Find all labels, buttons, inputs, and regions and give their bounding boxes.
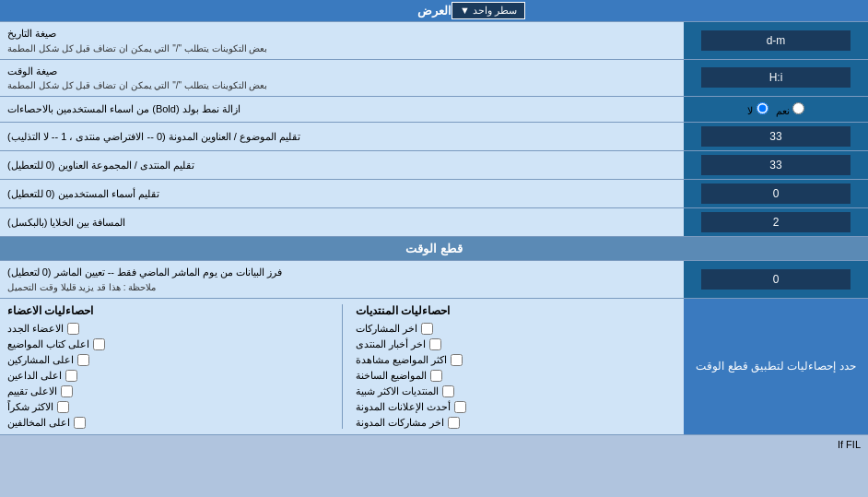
user-trim-label: تقليم أسماء المستخدمين (0 للتعطيل) <box>0 180 684 207</box>
time-cut-main-label: فرز البيانات من يوم الماشر الماضي فقط --… <box>7 265 282 280</box>
checkbox-col2-3[interactable] <box>65 370 77 382</box>
forum-stats-col: احصاءليات المنتديات اخر المشاركات اخر أخ… <box>356 304 677 429</box>
checkbox-col2-4[interactable] <box>61 385 73 397</box>
title-order-row: تقليم الموضوع / العناوين المدونة (0 -- ا… <box>0 123 868 151</box>
checkbox-item-6: اخر مشاركات المدونة <box>356 417 460 429</box>
checkbox-item-m5: الاكثر شكراً <box>7 401 69 413</box>
bold-remove-label: ازالة نمط بولد (Bold) من اسماء المستخدمي… <box>0 97 684 122</box>
checkbox-columns: احصاءليات المنتديات اخر المشاركات اخر أخ… <box>0 299 684 434</box>
user-trim-row: تقليم أسماء المستخدمين (0 للتعطيل) <box>0 180 868 208</box>
date-format-sub-label: بعض التكوينات يتطلب "/" التي يمكن ان تضا… <box>7 41 267 55</box>
member-stats-header: احصاءليات الاعضاء <box>7 304 93 317</box>
checkbox-item-5: أحدث الإعلانات المدونة <box>356 401 466 413</box>
checkbox-item-0: اخر المشاركات <box>356 323 437 335</box>
date-format-row: صيغة التاريخ بعض التكوينات يتطلب "/" الت… <box>0 22 868 60</box>
checkbox-item-m4: الاعلى تقييم <box>7 385 73 397</box>
time-cut-input-cell <box>684 261 868 298</box>
cell-spacing-label: المسافة بين الخلايا (بالبكسل) <box>0 208 684 236</box>
time-cut-label: فرز البيانات من يوم الماشر الماضي فقط --… <box>0 261 684 298</box>
checkbox-col1-6[interactable] <box>448 417 460 429</box>
time-cut-header: قطع الوقت <box>0 237 868 261</box>
bold-remove-input-cell: نعم لا <box>684 97 868 122</box>
dropdown-button[interactable]: سطر واحد ▼ <box>452 2 525 19</box>
if-fil-bar: If FIL <box>0 435 868 454</box>
dropdown-label: سطر واحد <box>473 5 517 16</box>
time-cut-row: فرز البيانات من يوم الماشر الماضي فقط --… <box>0 261 868 299</box>
header-title: العرض <box>417 4 452 18</box>
bold-radio-group: نعم لا <box>747 102 803 117</box>
time-format-input-cell <box>684 60 868 97</box>
cell-spacing-row: المسافة بين الخلايا (بالبكسل) <box>0 208 868 237</box>
time-format-sub-label: بعض التكوينات يتطلب "/" التي يمكن ان تضا… <box>7 78 267 92</box>
user-trim-input-cell <box>684 180 868 207</box>
member-stats-col: احصاءليات الاعضاء الاعضاء الجدد اعلى كتا… <box>7 304 329 429</box>
date-format-input-cell <box>684 22 868 59</box>
radio-yes-label[interactable]: نعم <box>776 102 804 117</box>
checkbox-col1-0[interactable] <box>421 323 433 335</box>
forum-trim-label: تقليم المنتدى / المجموعة العناوين (0 للت… <box>0 151 684 179</box>
cell-spacing-input-cell <box>684 208 868 236</box>
checkbox-col2-1[interactable] <box>93 338 105 350</box>
radio-no[interactable] <box>757 102 768 114</box>
time-cut-sub-label: ملاحظة : هذا قد يزيد قليلا وقت التحميل <box>7 280 156 294</box>
if-fil-text: If FIL <box>838 439 861 450</box>
date-format-input[interactable] <box>701 30 850 51</box>
checkbox-item-m0: الاعضاء الجدد <box>7 323 79 335</box>
checkbox-item-4: المنتديات الاكثر شبية <box>356 385 454 397</box>
main-container: العرض سطر واحد ▼ صيغة التاريخ بعض التكوي… <box>0 0 868 454</box>
checkboxes-section: حدد إحصاءليات لتطبيق قطع الوقت احصاءليات… <box>0 299 868 435</box>
checkbox-item-m3: اعلى الداعين <box>7 370 77 382</box>
bold-remove-row: نعم لا ازالة نمط بولد (Bold) من اسماء ال… <box>0 97 868 123</box>
checkbox-item-m2: اعلى المشاركين <box>7 354 89 366</box>
checkbox-col1-2[interactable] <box>451 354 463 366</box>
checkbox-col1-5[interactable] <box>454 401 466 413</box>
checkbox-col1-3[interactable] <box>430 370 442 382</box>
radio-no-label[interactable]: لا <box>747 102 768 117</box>
checkbox-col2-2[interactable] <box>77 354 89 366</box>
col-divider <box>342 304 343 429</box>
title-order-input-cell <box>684 123 868 150</box>
forum-trim-input-cell <box>684 151 868 179</box>
checkbox-col2-0[interactable] <box>67 323 79 335</box>
checkbox-item-1: اخر أخبار المنتدى <box>356 338 441 350</box>
title-order-input[interactable] <box>701 126 850 147</box>
forum-stats-header: احصاءليات المنتديات <box>356 304 450 317</box>
checkbox-item-m1: اعلى كتاب المواضيع <box>7 338 105 350</box>
checkbox-item-m6: اعلى المخالفين <box>7 417 86 429</box>
date-format-label: صيغة التاريخ بعض التكوينات يتطلب "/" الت… <box>0 22 684 59</box>
checkbox-item-2: اكثر المواضيع مشاهدة <box>356 354 463 366</box>
checkbox-col2-5[interactable] <box>57 401 69 413</box>
forum-trim-row: تقليم المنتدى / المجموعة العناوين (0 للت… <box>0 151 868 180</box>
checkbox-col1-4[interactable] <box>442 385 454 397</box>
checkbox-col1-1[interactable] <box>429 338 441 350</box>
cell-spacing-input[interactable] <box>701 212 850 232</box>
time-format-input[interactable] <box>701 67 850 88</box>
apply-label-cell: حدد إحصاءليات لتطبيق قطع الوقت <box>684 299 868 434</box>
time-format-row: صيغة الوقت بعض التكوينات يتطلب "/" التي … <box>0 60 868 98</box>
time-format-label: صيغة الوقت بعض التكوينات يتطلب "/" التي … <box>0 60 684 97</box>
forum-trim-input[interactable] <box>701 155 850 175</box>
main-header: العرض سطر واحد ▼ <box>0 0 868 22</box>
time-format-main-label: صيغة الوقت <box>7 64 57 79</box>
date-format-main-label: صيغة التاريخ <box>7 26 56 41</box>
checkbox-col2-6[interactable] <box>74 417 86 429</box>
user-trim-input[interactable] <box>701 183 850 204</box>
title-order-label: تقليم الموضوع / العناوين المدونة (0 -- ا… <box>0 123 684 150</box>
radio-yes[interactable] <box>792 102 804 114</box>
time-cut-input[interactable] <box>701 269 850 290</box>
checkbox-item-3: المواضيع الساخنة <box>356 370 442 382</box>
